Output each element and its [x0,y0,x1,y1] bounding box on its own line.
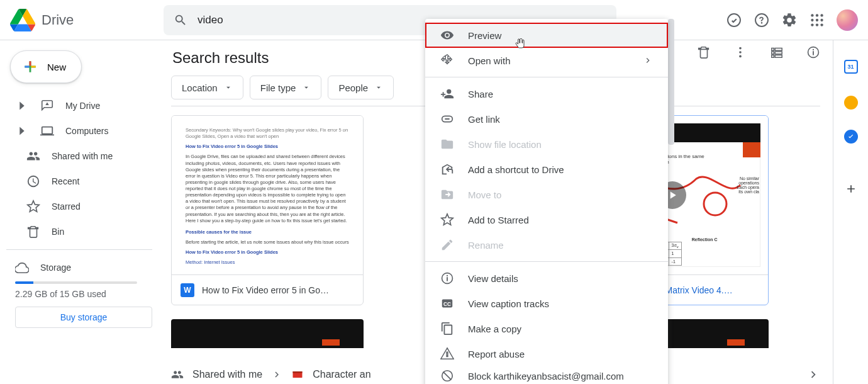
cloud-icon [15,261,29,274]
chip-file-type[interactable]: File type [250,76,322,99]
svg-point-22 [728,14,740,26]
cc-icon [440,296,454,310]
tasks-app-icon[interactable] [844,130,858,144]
keep-app-icon[interactable] [844,96,858,110]
copy-icon [440,322,454,336]
menu-block[interactable]: Block karthikeyanbsacist@gmail.com [425,366,668,384]
logo[interactable]: Drive [10,8,159,33]
chevron-down-icon [374,83,383,92]
chevron-down-icon [224,83,233,92]
doc-thumbnail: Secondary Keywords: Why won't Google sli… [172,116,363,274]
file-title-row: W How to Fix Video error 5 in Go… [172,274,363,305]
chevron-right-icon [271,369,282,380]
search-icon [174,13,187,27]
new-button[interactable]: New [10,50,82,83]
svg-rect-25 [31,66,35,68]
shortcut-icon [440,162,454,176]
chevron-down-icon [302,83,311,92]
menu-add-shortcut[interactable]: Add a shortcut to Drive [425,157,668,182]
file-title: How to Fix Video error 5 in Go… [202,285,329,295]
word-icon: W [181,283,194,297]
eye-icon [440,28,454,42]
menu-show-location: Show file location [425,132,668,157]
storage-text: 2.29 GB of 15 GB used [6,289,152,299]
side-panel [833,40,868,384]
person-add-icon [440,87,454,101]
people-icon [26,149,40,163]
help-icon[interactable] [754,12,770,28]
link-icon [440,112,454,126]
chevron-right-icon [15,99,29,113]
laptop-icon [40,124,54,138]
block-icon [440,369,454,383]
my-drive-icon [40,99,54,113]
chevron-right-icon [15,124,29,138]
chip-location[interactable]: Location [171,76,243,99]
trash-icon[interactable] [697,45,711,59]
people-icon [171,368,184,381]
folder-icon [440,137,454,151]
drive-logo-icon [10,8,35,33]
more-icon[interactable] [733,45,747,59]
breadcrumb-child[interactable]: Character an [313,369,371,380]
menu-make-copy[interactable]: Make a copy [425,316,668,341]
sidebar-item-bin[interactable]: Bin [6,219,152,244]
list-view-icon[interactable] [770,45,784,59]
breadcrumb-root[interactable]: Shared with me [192,369,262,380]
menu-open-with[interactable]: Open with [425,48,668,73]
svg-rect-23 [30,61,31,65]
svg-point-26 [704,193,726,215]
plus-icon [22,59,38,75]
chevron-right-icon [643,55,653,65]
open-with-icon [440,54,454,67]
pencil-icon [440,238,454,252]
chip-people[interactable]: People [328,76,394,99]
file-card[interactable]: Secondary Keywords: Why won't Google sli… [171,115,364,305]
info-icon [440,271,454,285]
menu-view-details[interactable]: View details [425,266,668,291]
menu-get-link[interactable]: Get link [425,106,668,132]
sidebar-item-recent[interactable]: Recent [6,169,152,194]
clock-icon [26,174,40,188]
sidebar: New My Drive Computers Shared with me Re… [0,40,159,384]
svg-rect-24 [25,66,29,68]
ready-offline-icon[interactable] [726,12,742,28]
menu-add-starred[interactable]: Add to Starred [425,207,668,232]
menu-report-abuse[interactable]: Report abuse [425,341,668,366]
info-icon[interactable] [806,45,820,59]
star-icon [440,213,454,227]
sidebar-item-my-drive[interactable]: My Drive [6,93,152,118]
storage-progress [15,281,137,284]
trash-icon [26,225,40,239]
sidebar-item-shared[interactable]: Shared with me [6,144,152,169]
new-label: New [47,62,66,72]
star-icon [26,200,40,213]
account-avatar[interactable] [837,9,858,31]
sidebar-item-starred[interactable]: Starred [6,194,152,219]
menu-caption-tracks[interactable]: View caption tracks [425,291,668,316]
menu-move-to: Move to [425,182,668,207]
menu-rename: Rename [425,232,668,257]
gear-icon[interactable] [781,12,798,28]
sidebar-item-computers[interactable]: Computers [6,118,152,144]
menu-preview[interactable]: Preview [425,23,668,48]
sidebar-item-storage[interactable]: Storage [0,255,152,280]
app-name: Drive [42,12,74,28]
top-actions [726,9,858,31]
menu-share[interactable]: Share [425,81,668,106]
report-icon [440,347,454,361]
calendar-app-icon[interactable] [842,58,860,76]
move-to-icon [440,188,454,201]
menu-scrollbar[interactable] [668,19,674,145]
result-toolbar [697,45,820,59]
film-icon [291,368,304,381]
add-addon-icon[interactable] [842,180,860,198]
buy-storage-button[interactable]: Buy storage [15,307,152,328]
file-card[interactable] [171,319,364,348]
context-menu: Preview Open with Share Get link Show fi… [425,19,668,384]
chevron-right-icon[interactable] [806,368,820,381]
apps-icon[interactable] [809,12,825,28]
